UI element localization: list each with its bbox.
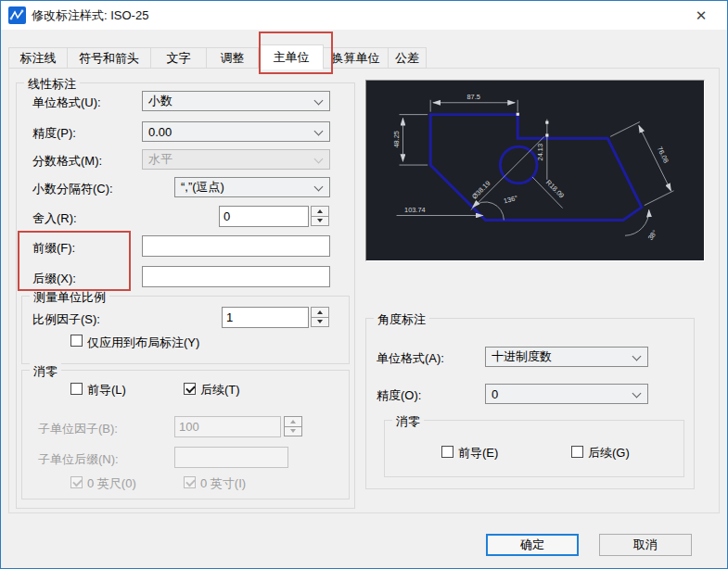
sub-unit-factor-input [174, 416, 281, 437]
precision-label: 精度(P): [32, 125, 76, 142]
preview-circle [500, 146, 537, 183]
dim-mid: 24.13 [536, 144, 544, 161]
layout-only-checkbox[interactable] [70, 335, 83, 347]
precision-dropdown[interactable]: 0.00 [142, 121, 330, 142]
zero-feet-checkbox [70, 476, 83, 488]
tab-alternate-units[interactable]: 换算单位 [324, 47, 389, 69]
tab-primary-units[interactable]: 主单位 [259, 44, 324, 70]
trailing-zero-label: 后续(T) [200, 382, 240, 398]
sub-unit-factor-spinner [284, 416, 302, 436]
angular-precision-dropdown[interactable]: 0 [485, 384, 648, 404]
angular-precision-label: 精度(O): [377, 387, 421, 404]
sub-unit-suffix-label: 子单位后缀(N): [38, 451, 119, 468]
close-button[interactable]: ✕ [675, 1, 727, 30]
angular-leading-zero-label: 前导(E) [458, 445, 498, 462]
dim-diameter: Ø38.19 [470, 179, 492, 201]
tab-text[interactable]: 文字 [151, 47, 207, 69]
decimal-separator-label: 小数分隔符(C): [32, 181, 113, 197]
linear-group-title: 线性标注 [24, 76, 80, 93]
prefix-input[interactable] [142, 235, 330, 257]
angular-leading-zero-checkbox[interactable] [441, 446, 453, 458]
app-icon [8, 6, 26, 24]
preview-grip-points [517, 113, 549, 137]
spinner-down-button [284, 427, 302, 437]
precision-value: 0.00 [148, 125, 172, 139]
decimal-separator-dropdown[interactable]: “,”(逗点) [174, 177, 330, 197]
spinner-up-button[interactable] [311, 307, 329, 318]
spinner-down-button[interactable] [311, 217, 329, 227]
unit-format-value: 小数 [148, 93, 172, 109]
ok-button[interactable]: 确定 [486, 534, 579, 556]
preview-drawing: 87.5 48.25 24.13 76.08 Ø38.19 R18.09 136… [366, 81, 704, 260]
dim-right: 76.08 [656, 145, 671, 165]
dim-bottom: 103.74 [404, 206, 426, 214]
dim-angle2: 38° [646, 229, 659, 242]
dim-radius: R18.09 [544, 178, 566, 199]
tab-dimension-lines[interactable]: 标注线 [8, 47, 68, 69]
prefix-label: 前缀(F): [32, 240, 75, 257]
fraction-format-dropdown: 水平 [142, 149, 330, 170]
tab-tolerances[interactable]: 公差 [389, 47, 427, 69]
tab-fit[interactable]: 调整 [207, 47, 259, 69]
window-title: 修改标注样式: ISO-25 [32, 7, 148, 24]
leading-zero-checkbox[interactable] [70, 383, 83, 395]
dimension-style-dialog: 修改标注样式: ISO-25 ✕ 标注线 符号和箭头 文字 调整 主单位 换算单… [0, 0, 728, 569]
angular-unit-format-label: 单位格式(A): [377, 350, 444, 367]
round-off-spinner [311, 206, 329, 226]
suffix-input[interactable] [142, 266, 330, 287]
scale-factor-input[interactable] [222, 307, 309, 328]
dim-left: 48.25 [392, 131, 401, 148]
sub-unit-suffix-input [174, 447, 288, 468]
zero-suppression-title: 消零 [30, 363, 61, 380]
leading-zero-label: 前导(L) [87, 382, 126, 398]
tab-bar: 标注线 符号和箭头 文字 调整 主单位 换算单位 公差 [8, 44, 427, 69]
unit-format-dropdown[interactable]: 小数 [142, 91, 330, 111]
trailing-zero-checkbox[interactable] [184, 383, 196, 395]
dim-angle: 136° [503, 194, 518, 205]
angular-trailing-zero-checkbox[interactable] [571, 446, 583, 458]
scale-factor-label: 比例因子(S): [32, 311, 100, 328]
angular-unit-format-value: 十进制度数 [492, 348, 552, 365]
sub-unit-factor-label: 子单位因子(B): [38, 421, 118, 437]
angular-zero-suppression-title: 消零 [392, 413, 424, 430]
chevron-down-icon [314, 127, 324, 136]
dimension-preview: 87.5 48.25 24.13 76.08 Ø38.19 R18.09 136… [365, 80, 705, 261]
app-icon-glyph [8, 6, 26, 24]
unit-format-label: 单位格式(U): [32, 95, 101, 111]
cancel-button[interactable]: 取消 [599, 534, 692, 556]
suffix-label: 后缀(X): [32, 271, 76, 287]
angular-trailing-zero-label: 后续(G) [588, 445, 630, 462]
decimal-separator-value: “,”(逗点) [181, 179, 224, 196]
chevron-down-icon [632, 389, 642, 398]
dim-top: 87.5 [466, 93, 479, 101]
title-bar: 修改标注样式: ISO-25 ✕ [1, 1, 727, 30]
round-off-label: 舍入(R): [32, 210, 77, 227]
scale-factor-spinner [311, 307, 329, 327]
layout-only-label: 仅应用到布局标注(Y) [87, 335, 199, 351]
round-off-input[interactable] [219, 206, 309, 227]
chevron-down-icon [314, 96, 324, 106]
fraction-format-label: 分数格式(M): [32, 153, 102, 170]
chevron-down-icon [632, 352, 642, 361]
angular-precision-value: 0 [492, 387, 498, 401]
zero-inches-label: 0 英寸(I) [200, 475, 246, 492]
close-icon: ✕ [696, 7, 708, 24]
zero-inches-checkbox [184, 476, 196, 488]
angular-group-title: 角度标注 [374, 311, 429, 328]
spinner-up-button[interactable] [311, 206, 329, 217]
spinner-up-button [284, 416, 302, 427]
angular-zero-suppression-group: 消零 [384, 420, 684, 477]
chevron-down-icon [314, 183, 324, 192]
measurement-scale-title: 测量单位比例 [30, 289, 109, 306]
angular-unit-format-dropdown[interactable]: 十进制度数 [485, 347, 648, 367]
zero-feet-label: 0 英尺(0) [87, 475, 136, 492]
tab-symbols-arrows[interactable]: 符号和箭头 [68, 47, 151, 69]
chevron-down-icon [314, 155, 324, 164]
spinner-down-button[interactable] [311, 318, 329, 328]
fraction-format-value: 水平 [148, 151, 172, 168]
